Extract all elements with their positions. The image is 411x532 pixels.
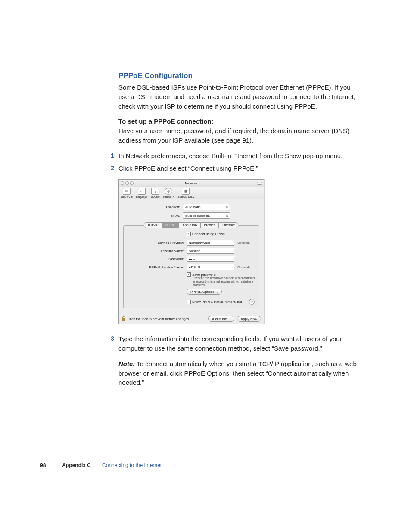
service-provider-label: Service Provider:: [127, 241, 187, 245]
account-name-label: Account Name:: [127, 249, 187, 253]
intro-paragraph: Some DSL-based ISPs use Point-to-Point P…: [118, 83, 360, 111]
save-password-note: Checking this box allows all users of th…: [187, 277, 257, 286]
appendix-label: Appendix C: [62, 462, 91, 468]
chevron-updown-icon: ⇅: [226, 206, 228, 208]
apply-now-button[interactable]: Apply Now: [237, 316, 261, 322]
step-3-text: Type the information into the correspond…: [118, 335, 342, 352]
pppoe-options-button[interactable]: PPPoE Options…: [187, 289, 222, 295]
note-label: Note:: [118, 360, 135, 367]
step-2-text: Click PPPoE and select “Connect using PP…: [118, 165, 258, 172]
tab-appletalk[interactable]: AppleTalk: [179, 222, 201, 228]
optional-tag: (Optional): [237, 241, 250, 244]
prefs-toolbar: ⊞ Show All ▭ Displays ♪ Sound ◍ Network …: [119, 187, 264, 199]
grid-icon: ⊞: [123, 188, 131, 195]
note-paragraph: Note: To connect automatically when you …: [118, 359, 360, 387]
lock-text: Click the lock to prevent further change…: [128, 317, 190, 321]
service-provider-input[interactable]: NorthernWest: [187, 240, 234, 246]
save-password-label: Save password: [192, 273, 216, 277]
display-icon: ▭: [138, 188, 146, 195]
toolbar-displays[interactable]: ▭ Displays: [136, 188, 147, 198]
step-1-text: In Network preferences, choose Built-in …: [118, 152, 342, 159]
tab-proxies[interactable]: Proxies: [200, 222, 219, 228]
disk-icon: ▦: [182, 188, 190, 195]
service-name-label: PPPoE Service Name:: [127, 265, 187, 269]
status-menubar-label: Show PPPoE status in menu bar: [192, 300, 242, 304]
tab-pppoe[interactable]: PPPoE: [162, 222, 180, 228]
save-password-checkbox[interactable]: ✓: [187, 272, 191, 277]
status-menubar-checkbox[interactable]: [187, 300, 191, 304]
tab-tcpip[interactable]: TCP/IP: [144, 222, 162, 228]
optional-tag: (Optional): [237, 266, 250, 269]
window-titlebar: Network: [119, 180, 264, 187]
step-1: 1 In Network preferences, choose Built-i…: [118, 151, 360, 161]
show-label: Show:: [123, 214, 183, 218]
tab-ethernet[interactable]: Ethernet: [218, 222, 238, 228]
setup-text: Have your user name, password, and if re…: [118, 127, 349, 144]
lock-icon[interactable]: [121, 316, 126, 321]
page-footer: 98 Appendix C Connecting to the Internet: [40, 462, 162, 468]
account-name-input[interactable]: Sunrise: [187, 248, 234, 254]
toolbar-network[interactable]: ◍ Network: [163, 188, 174, 198]
tabs: TCP/IP PPPoE AppleTalk Proxies Ethernet: [123, 222, 259, 228]
location-label: Location:: [123, 205, 183, 209]
assist-me-button[interactable]: Assist me…: [208, 316, 234, 322]
step-2: 2 Click PPPoE and select “Connect using …: [118, 164, 360, 173]
toolbar-startup[interactable]: ▦ Startup Disk: [177, 188, 194, 198]
step-number: 3: [111, 334, 114, 343]
setup-paragraph: To set up a PPPoE connection: Have your …: [118, 117, 360, 145]
note-text: To connect automatically when you start …: [118, 360, 357, 386]
help-icon[interactable]: ?: [249, 299, 255, 305]
page-number: 98: [40, 462, 46, 468]
appendix-title: Connecting to the Internet: [102, 462, 162, 468]
network-preferences-window: Network ⊞ Show All ▭ Displays ♪ Sound ◍ …: [118, 179, 264, 324]
service-name-input[interactable]: ADSL/1: [187, 264, 234, 270]
step-3: 3 Type the information into the correspo…: [118, 334, 360, 353]
show-select[interactable]: Built-in Ethernet ⇅: [183, 212, 230, 219]
connect-checkbox[interactable]: ✓: [187, 232, 191, 236]
toolbar-showall[interactable]: ⊞ Show All: [121, 188, 133, 198]
section-heading: PPPoE Configuration: [118, 72, 360, 80]
location-select[interactable]: Automatic ⇅: [183, 204, 230, 210]
password-label: Password:: [127, 257, 187, 261]
window-title: Network: [119, 181, 264, 185]
setup-bold: To set up a PPPoE connection:: [118, 118, 214, 125]
toolbar-toggle-icon[interactable]: [257, 182, 262, 185]
step-number: 1: [111, 151, 114, 160]
password-input[interactable]: •••••: [187, 256, 234, 262]
globe-icon: ◍: [165, 188, 172, 195]
toolbar-sound[interactable]: ♪ Sound: [151, 188, 159, 198]
chevron-updown-icon: ⇅: [226, 215, 228, 217]
step-number: 2: [111, 164, 114, 172]
connect-checkbox-label: Connect using PPPoE: [192, 232, 226, 236]
sound-icon: ♪: [151, 188, 159, 195]
pppoe-panel: ✓ Connect using PPPoE Service Provider: …: [123, 225, 259, 308]
